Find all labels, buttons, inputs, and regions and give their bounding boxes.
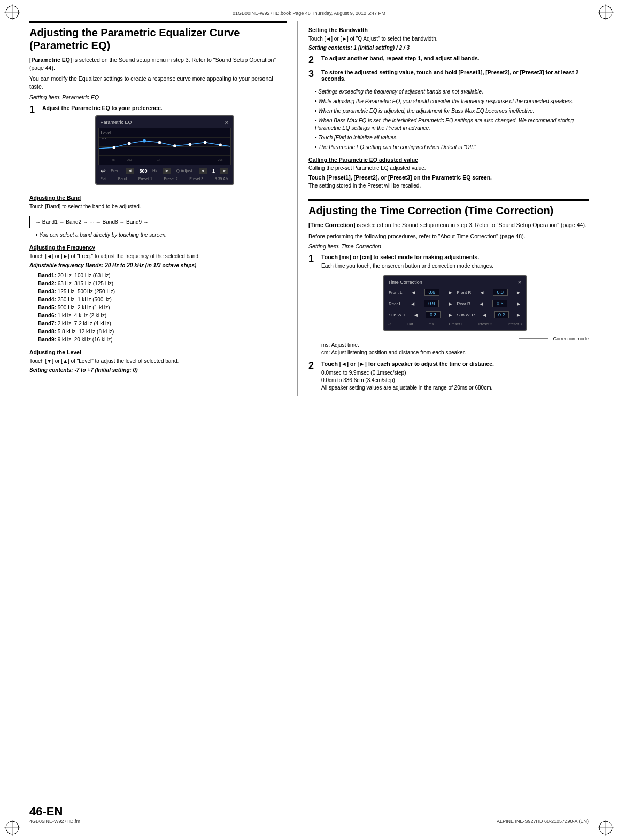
tc-screen-close[interactable]: ✕ bbox=[517, 279, 522, 285]
calling-section: Calling the Parametric EQ adjusted value… bbox=[308, 157, 589, 189]
tc-subw-r-label: Sub.W. R bbox=[457, 313, 475, 317]
eq-back-icon[interactable]: ↩ bbox=[101, 167, 106, 175]
tc-front-l-right[interactable]: ► bbox=[448, 290, 453, 295]
bullet-5: Touch [Flat] to initialize all values. bbox=[315, 134, 589, 142]
adj-band-text: Touch [Band] to select the band to be ad… bbox=[29, 203, 287, 211]
tc-subw-r-left[interactable]: ◄ bbox=[482, 312, 487, 318]
calling-instruction: Touch [Preset1], [Preset2], or [Preset3]… bbox=[308, 174, 589, 181]
tc-front-l-left[interactable]: ◄ bbox=[411, 290, 416, 295]
eq-q-label: Q Adjust. bbox=[176, 168, 194, 173]
step-2-title: To adjust another band, repeat step 1, a… bbox=[321, 55, 589, 61]
eq-time: 8:39 AM bbox=[215, 177, 229, 181]
band-5: Band5: 500 Hz–2 kHz (1 kHz) bbox=[38, 304, 287, 312]
tc-front-r-left[interactable]: ◄ bbox=[480, 290, 485, 295]
eq-curve-svg: 7k 200 1k 20k bbox=[99, 128, 230, 164]
tc-front-r-value: 0.3 bbox=[493, 289, 508, 296]
right-step-2: 2 To adjust another band, repeat step 1,… bbox=[308, 55, 589, 65]
adj-freq-text: Touch [◄] or [►] of "Freq." to adjust th… bbox=[29, 253, 287, 260]
eq-screen-close[interactable]: ✕ bbox=[225, 120, 229, 126]
tc-subw-l-left[interactable]: ◄ bbox=[413, 312, 419, 318]
tc-rear-r-value: 0.6 bbox=[492, 300, 507, 307]
tc-rear-r-left[interactable]: ◄ bbox=[479, 301, 484, 307]
time-correction-section: Adjusting the Time Correction (Time Corr… bbox=[308, 199, 589, 392]
tc-rear-l-right[interactable]: ► bbox=[448, 301, 453, 307]
left-intro-bold: [Parametric EQ] bbox=[29, 57, 72, 63]
tc-step-1: 1 Touch [ms] or [cm] to select mode for … bbox=[308, 254, 589, 356]
tc-ms-note: ms: Adjust time. bbox=[321, 341, 589, 349]
tc-front-r: Front R ◄ 0.3 ► bbox=[456, 287, 523, 297]
file-info-top: 01GB00INE-W927HD.book Page 46 Thursday, … bbox=[0, 11, 618, 16]
adj-freq-note-title: Adjustable frequency Bands: 20 Hz to 20 … bbox=[29, 262, 287, 268]
tc-step-2-content: Touch [◄] or [►] for each speaker to adj… bbox=[321, 361, 589, 392]
eq-btn-preset1[interactable]: Preset 1 bbox=[138, 177, 152, 181]
eq-freq-left[interactable]: ◄ bbox=[126, 168, 134, 174]
svg-text:7k: 7k bbox=[111, 158, 114, 161]
step-2-num: 2 bbox=[308, 55, 318, 65]
svg-point-12 bbox=[112, 146, 115, 149]
svg-point-13 bbox=[127, 142, 130, 145]
tc-btn-preset3[interactable]: Preset 3 bbox=[508, 322, 522, 326]
tc-subw-r-value: 0.2 bbox=[494, 311, 509, 318]
band-2: Band2: 63 Hz–315 Hz (125 Hz) bbox=[38, 279, 287, 287]
tc-front-l-label: Front L bbox=[389, 290, 402, 295]
alpine-info: ALPINE INE-S927HD 68-21057Z90-A (EN) bbox=[497, 819, 589, 824]
svg-point-17 bbox=[188, 143, 191, 146]
tc-subw-r-right[interactable]: ► bbox=[516, 312, 521, 318]
file-info-bottom: 4GB05INE-W927HD.fm bbox=[29, 819, 80, 824]
step-1-title: Adjust the Parametric EQ to your prefere… bbox=[42, 105, 287, 111]
eq-q-right[interactable]: ► bbox=[220, 168, 228, 174]
band-note: You can select a band directly by touchi… bbox=[36, 231, 287, 239]
eq-btn-preset2[interactable]: Preset 2 bbox=[164, 177, 177, 181]
eq-btn-flat[interactable]: Flat bbox=[101, 177, 107, 181]
tc-btn-ms[interactable]: ms bbox=[429, 322, 434, 326]
tc-subw-r: Sub.W. R ◄ 0.2 ► bbox=[456, 310, 523, 320]
band-list: Band1: 20 Hz–100 Hz (63 Hz) Band2: 63 Hz… bbox=[38, 271, 287, 344]
page-number: 46-EN bbox=[29, 805, 80, 819]
adj-freq-heading: Adjusting the Frequency bbox=[29, 244, 287, 251]
tc-step-1-body: Each time you touch, the onscreen button… bbox=[321, 262, 589, 270]
tc-btn-flat[interactable]: Flat bbox=[407, 322, 413, 326]
step-3-title: To store the adjusted setting value, tou… bbox=[321, 69, 589, 82]
tc-front-l-value: 0.6 bbox=[424, 289, 439, 296]
eq-btn-preset3[interactable]: Preset 3 bbox=[189, 177, 203, 181]
eq-q-left[interactable]: ◄ bbox=[199, 168, 207, 174]
eq-freq-right[interactable]: ► bbox=[163, 168, 171, 174]
tc-bottom-bar: ↩ Flat ms Preset 1 Preset 2 Preset 3 bbox=[386, 321, 524, 328]
svg-text:1k: 1k bbox=[157, 158, 160, 161]
tc-step-1-num: 1 bbox=[308, 254, 318, 263]
left-setting-item: Setting item: Parametric EQ bbox=[29, 94, 287, 100]
eq-freq-value: 500 bbox=[140, 168, 148, 174]
correction-mode-line: Correction mode bbox=[321, 336, 589, 341]
tc-channel-grid: Front L ◄ 0.6 ► Front R ◄ 0.3 bbox=[386, 286, 524, 321]
section2-intro: [Time Correction] is selected on the Sou… bbox=[308, 221, 589, 229]
left-column: Adjusting the Parametric Equalizer Curve… bbox=[29, 21, 298, 396]
right-step-3: 3 To store the adjusted setting value, t… bbox=[308, 69, 589, 84]
svg-point-14 bbox=[143, 139, 146, 143]
left-step-1: 1 Adjust the Parametric EQ to your prefe… bbox=[29, 105, 287, 189]
tc-subw-l-right[interactable]: ► bbox=[448, 312, 453, 318]
band-6: Band6: 1 kHz–4 kHz (2 kHz) bbox=[38, 312, 287, 320]
tc-step-2-body2: 0.0cm to 336.6cm (3.4cm/step) bbox=[321, 377, 589, 384]
tc-btn-preset2[interactable]: Preset 2 bbox=[478, 322, 492, 326]
calling-title: Calling the Parametric EQ adjusted value bbox=[308, 157, 589, 163]
tc-back-icon[interactable]: ↩ bbox=[388, 322, 391, 326]
eq-freq-unit: Hz bbox=[152, 168, 158, 173]
tc-rear-l-left[interactable]: ◄ bbox=[410, 301, 415, 307]
eq-btn-band[interactable]: Band bbox=[118, 177, 127, 181]
left-section-title: Adjusting the Parametric Equalizer Curve… bbox=[29, 21, 287, 52]
band-7: Band7: 2 kHz–7.2 kHz (4 kHz) bbox=[38, 320, 287, 328]
band-8: Band8: 5.8 kHz–12 kHz (8 kHz) bbox=[38, 328, 287, 336]
tc-rear-r-right[interactable]: ► bbox=[516, 301, 521, 307]
tc-screen-header: Time Correction ✕ bbox=[386, 278, 524, 286]
bullet-1: Settings exceeding the frequency of adja… bbox=[315, 88, 589, 96]
bullet-3: When the parametric EQ is adjusted, the … bbox=[315, 107, 589, 115]
reg-mark-br bbox=[598, 820, 614, 836]
svg-point-18 bbox=[203, 141, 206, 144]
left-intro-2: You can modify the Equalizer settings to… bbox=[29, 75, 287, 90]
tc-front-r-right[interactable]: ► bbox=[516, 290, 521, 295]
band-3: Band3: 125 Hz–500Hz (250 Hz) bbox=[38, 287, 287, 295]
eq-screen-title: Parametric EQ bbox=[101, 120, 132, 125]
tc-btn-preset1[interactable]: Preset 1 bbox=[449, 322, 463, 326]
step-3-content: To store the adjusted setting value, tou… bbox=[321, 69, 589, 84]
left-intro-1: [Parametric EQ] is selected on the Sound… bbox=[29, 56, 287, 72]
